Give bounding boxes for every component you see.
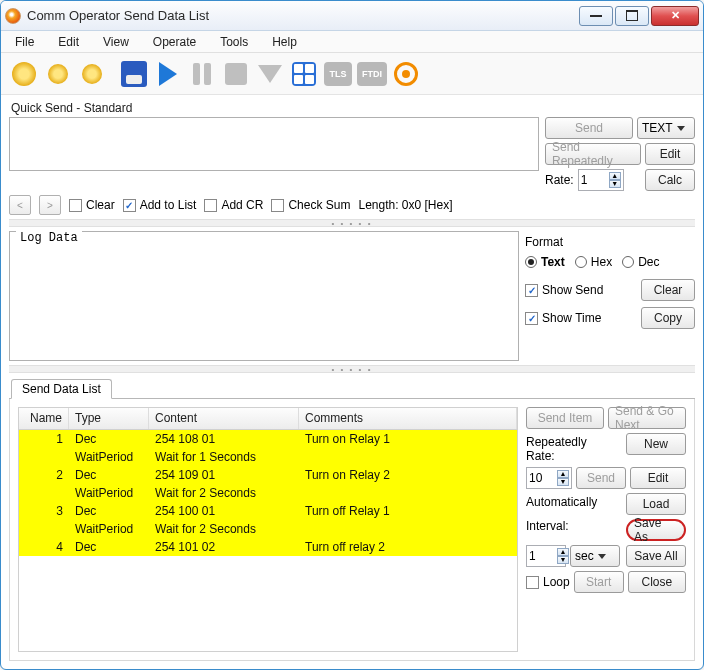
log-data-box: Log Data bbox=[9, 231, 519, 361]
save-icon[interactable] bbox=[119, 59, 149, 89]
toolbar: TLS FTDI bbox=[1, 53, 703, 95]
quick-send-textarea[interactable] bbox=[9, 117, 539, 171]
add-to-list-checkbox[interactable]: Add to List bbox=[123, 198, 197, 212]
quick-send-label: Quick Send - Standard bbox=[9, 99, 695, 117]
show-time-checkbox[interactable]: Show Time bbox=[525, 311, 601, 325]
table-row[interactable]: WaitPeriodWait for 1 Seconds bbox=[19, 448, 517, 466]
rate-label-2: Rate: bbox=[526, 449, 622, 463]
format-dec-radio[interactable]: Dec bbox=[622, 255, 659, 269]
table-row[interactable] bbox=[19, 628, 517, 646]
tls-icon[interactable]: TLS bbox=[323, 59, 353, 89]
next-button[interactable]: > bbox=[39, 195, 61, 215]
format-combo[interactable]: TEXT bbox=[637, 117, 695, 139]
send-go-next-button[interactable]: Send & Go Next bbox=[608, 407, 686, 429]
interval-unit-combo[interactable]: sec bbox=[570, 545, 620, 567]
format-hex-radio[interactable]: Hex bbox=[575, 255, 612, 269]
prev-button[interactable]: < bbox=[9, 195, 31, 215]
table-row[interactable] bbox=[19, 556, 517, 574]
table-row[interactable]: WaitPeriodWait for 2 Seconds bbox=[19, 520, 517, 538]
checksum-checkbox[interactable]: Check Sum bbox=[271, 198, 350, 212]
send-repeatedly-button[interactable]: Send Repeatedly bbox=[545, 143, 641, 165]
pause-icon[interactable] bbox=[187, 59, 217, 89]
table-row[interactable]: 3Dec254 100 01Turn off Relay 1 bbox=[19, 502, 517, 520]
col-comments[interactable]: Comments bbox=[299, 408, 517, 429]
table-row[interactable]: 4Dec254 101 02Turn off relay 2 bbox=[19, 538, 517, 556]
send-data-list-panel: Send Data List Name Type Content Comment… bbox=[9, 377, 695, 661]
data-list-grid[interactable]: Name Type Content Comments 1Dec254 108 0… bbox=[18, 407, 518, 652]
menu-view[interactable]: View bbox=[99, 33, 133, 51]
send-button[interactable]: Send bbox=[545, 117, 633, 139]
repeatedly-label: Repeatedly bbox=[526, 435, 622, 449]
menu-operate[interactable]: Operate bbox=[149, 33, 200, 51]
minimize-button[interactable] bbox=[579, 6, 613, 26]
table-row[interactable]: WaitPeriodWait for 2 Seconds bbox=[19, 484, 517, 502]
close-button[interactable] bbox=[651, 6, 699, 26]
calc-button[interactable]: Calc bbox=[645, 169, 695, 191]
menu-file[interactable]: File bbox=[11, 33, 38, 51]
app-icon bbox=[5, 8, 21, 24]
clear-checkbox[interactable]: Clear bbox=[69, 198, 115, 212]
send-item-button[interactable]: Send Item bbox=[526, 407, 604, 429]
rate-spinner[interactable]: ▲▼ bbox=[578, 169, 624, 191]
save-as-button[interactable]: Save As bbox=[626, 519, 686, 541]
format-label: Format bbox=[525, 235, 695, 249]
col-content[interactable]: Content bbox=[149, 408, 299, 429]
app-window: Comm Operator Send Data List File Edit V… bbox=[0, 0, 704, 670]
repeat-send-button[interactable]: Send bbox=[576, 467, 626, 489]
table-row[interactable]: 1Dec254 108 01Turn on Relay 1 bbox=[19, 430, 517, 448]
grid-header: Name Type Content Comments bbox=[19, 408, 517, 430]
interval-label: Interval: bbox=[526, 519, 622, 541]
list-close-button[interactable]: Close bbox=[628, 571, 686, 593]
log-data-label: Log Data bbox=[16, 231, 82, 245]
table-row[interactable] bbox=[19, 610, 517, 628]
titlebar: Comm Operator Send Data List bbox=[1, 1, 703, 31]
splitter-2[interactable]: • • • • • bbox=[9, 365, 695, 373]
ftdi-icon[interactable]: FTDI bbox=[357, 59, 387, 89]
connect-icon[interactable] bbox=[9, 59, 39, 89]
add-cr-checkbox[interactable]: Add CR bbox=[204, 198, 263, 212]
download-icon[interactable] bbox=[255, 59, 285, 89]
col-type[interactable]: Type bbox=[69, 408, 149, 429]
tab-send-data-list[interactable]: Send Data List bbox=[11, 379, 112, 399]
repeat-rate-spinner[interactable]: ▲▼ bbox=[526, 467, 572, 489]
format-text-radio[interactable]: Text bbox=[525, 255, 565, 269]
menu-tools[interactable]: Tools bbox=[216, 33, 252, 51]
play-icon[interactable] bbox=[153, 59, 183, 89]
table-row[interactable] bbox=[19, 592, 517, 610]
stop-icon[interactable] bbox=[221, 59, 251, 89]
loop-checkbox[interactable]: Loop bbox=[526, 571, 570, 593]
interval-spinner[interactable]: ▲▼ bbox=[526, 545, 566, 567]
maximize-button[interactable] bbox=[615, 6, 649, 26]
save-all-button[interactable]: Save All bbox=[626, 545, 686, 567]
log-clear-button[interactable]: Clear bbox=[641, 279, 695, 301]
menu-edit[interactable]: Edit bbox=[54, 33, 83, 51]
menu-help[interactable]: Help bbox=[268, 33, 301, 51]
disconnect-icon[interactable] bbox=[43, 59, 73, 89]
show-send-checkbox[interactable]: Show Send bbox=[525, 283, 603, 297]
length-label: Length: 0x0 [Hex] bbox=[358, 198, 452, 212]
col-name[interactable]: Name bbox=[19, 408, 69, 429]
splitter-1[interactable]: • • • • • bbox=[9, 219, 695, 227]
reconnect-icon[interactable] bbox=[77, 59, 107, 89]
quick-send-panel: Quick Send - Standard Send TEXT Send Rep… bbox=[9, 99, 695, 215]
target-icon[interactable] bbox=[391, 59, 421, 89]
automatically-label: Automatically bbox=[526, 495, 622, 515]
table-row[interactable] bbox=[19, 574, 517, 592]
new-button[interactable]: New bbox=[626, 433, 686, 455]
table-row[interactable]: 2Dec254 109 01Turn on Relay 2 bbox=[19, 466, 517, 484]
rate-label: Rate: bbox=[545, 173, 574, 187]
load-button[interactable]: Load bbox=[626, 493, 686, 515]
menubar: File Edit View Operate Tools Help bbox=[1, 31, 703, 53]
calculator-icon[interactable] bbox=[289, 59, 319, 89]
log-copy-button[interactable]: Copy bbox=[641, 307, 695, 329]
edit-button[interactable]: Edit bbox=[645, 143, 695, 165]
start-button[interactable]: Start bbox=[574, 571, 624, 593]
list-edit-button[interactable]: Edit bbox=[630, 467, 686, 489]
window-title: Comm Operator Send Data List bbox=[27, 8, 209, 23]
